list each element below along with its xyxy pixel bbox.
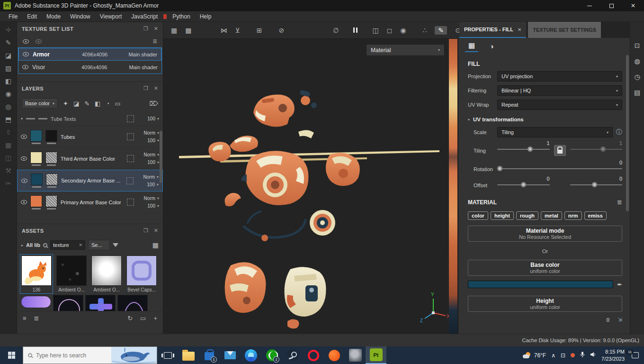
close-panel-icon[interactable]: ✕ <box>154 26 158 32</box>
taskbar-clock[interactable]: 8:15 PM 7/23/2023 <box>601 348 625 362</box>
log-icon[interactable]: ▤ <box>634 89 640 96</box>
layer-thumbnail[interactable] <box>30 195 42 207</box>
symmetry-x-icon[interactable]: ⋈ <box>220 27 227 34</box>
slider-handle[interactable] <box>592 182 597 187</box>
eye-icon[interactable] <box>21 179 27 183</box>
layer-row[interactable]: Tubes Norm▾ 100▾ <box>17 126 163 148</box>
add-fill-layer-icon[interactable]: ◧ <box>95 100 100 107</box>
layer-mask-box[interactable] <box>126 177 134 184</box>
layer-mask-thumbnail[interactable] <box>45 130 57 142</box>
properties-scrollbar[interactable] <box>626 55 629 211</box>
close-button[interactable]: ✕ <box>622 0 644 11</box>
perspective-icon[interactable]: ◻ <box>387 27 393 34</box>
float-panel-icon[interactable]: ❐ <box>143 85 148 91</box>
channel-emiss-button[interactable]: emiss <box>584 211 607 220</box>
display-settings-icon[interactable]: ◍ <box>634 57 640 65</box>
move-tool-icon[interactable]: ✛ <box>6 27 11 33</box>
blend-mode-select[interactable]: Norm▾ <box>144 130 159 136</box>
fill-properties-icon[interactable]: ▦ <box>465 40 478 52</box>
assets-breadcrumb[interactable]: All lib <box>26 242 40 248</box>
detail-view-icon[interactable]: ≣ <box>34 315 39 322</box>
volume-tray-icon[interactable] <box>590 352 596 359</box>
menu-file[interactable]: File <box>4 13 22 20</box>
layer-mask-thumbnail[interactable] <box>45 152 57 164</box>
layer-mask-box[interactable] <box>127 115 134 122</box>
recording-tray-icon[interactable] <box>571 353 575 357</box>
offset-u-slider[interactable] <box>497 184 550 185</box>
disable-stencil-icon[interactable]: ⊘ <box>278 27 284 34</box>
channel-metal-button[interactable]: metal <box>541 211 562 220</box>
resources-icon[interactable]: ◫ <box>5 155 11 161</box>
symmetry-y-icon[interactable]: ⊻ <box>235 27 240 34</box>
opacity-select[interactable]: 100▾ <box>147 160 159 165</box>
tab-texture-set-settings[interactable]: TEXTURE SET SETTINGS <box>528 22 601 38</box>
asset-tile[interactable]: Bevel Caps... <box>125 254 158 294</box>
height-button[interactable]: Height uniform color <box>468 296 622 312</box>
menu-python[interactable]: Python <box>168 13 195 20</box>
blend-mode-select[interactable]: Norm▾ <box>144 152 159 157</box>
assets-search-field[interactable]: ✕ <box>50 240 85 250</box>
eye-icon[interactable] <box>21 200 27 204</box>
asset-thumbnail[interactable] <box>56 255 87 286</box>
mail-button[interactable] <box>220 346 241 364</box>
xbox-button[interactable]: 1 <box>261 346 282 364</box>
blend-mode-select[interactable]: Norm▾ <box>143 174 159 180</box>
opacity-select[interactable]: 100▾ <box>147 182 159 187</box>
asset-thumbnail[interactable] <box>85 295 116 311</box>
close-panel-icon[interactable]: ✕ <box>154 85 158 91</box>
tiling-u-slider[interactable] <box>497 149 550 150</box>
minimize-button[interactable] <box>579 0 600 11</box>
uv-wrap-select[interactable]: Repeat ▾ <box>497 100 622 110</box>
layer-thumbnail[interactable] <box>30 130 42 142</box>
chevron-right-icon[interactable]: ▸ <box>21 243 23 247</box>
layer-row[interactable]: Primary Armor Base Color Norm▾ 100▾ <box>17 191 163 213</box>
assets-sort-select[interactable]: Se... <box>88 240 110 250</box>
texture-set-row[interactable]: Visor 4096x4096 Main shader <box>18 61 161 73</box>
texture-set-menu-icon[interactable]: ≣ <box>152 38 157 45</box>
viewport-3d[interactable]: Y X Z Material ▾ <box>163 39 449 334</box>
material-properties-icon[interactable]: ◑ <box>485 40 498 52</box>
material-mode-button[interactable]: Material mode No Resource Selected <box>468 226 622 242</box>
show-all-eye-icon[interactable] <box>23 39 29 44</box>
particles-icon[interactable]: ∴ <box>422 27 427 34</box>
expand-icon[interactable]: ⇲ <box>618 317 622 323</box>
viewer-settings-icon[interactable]: ⊡ <box>635 42 640 49</box>
slider-handle[interactable] <box>600 146 606 152</box>
tab-properties-fill[interactable]: PROPERTIES - FILL ✕ <box>459 22 526 38</box>
split-view-icon[interactable]: ◫ <box>372 27 378 34</box>
filtering-select[interactable]: Bilinear | HQ ▾ <box>497 85 622 96</box>
steam-button[interactable] <box>282 346 303 364</box>
add-folder-icon[interactable]: ▭ <box>115 100 120 107</box>
task-view-button[interactable] <box>157 346 178 364</box>
opacity-select[interactable]: 100 ▾ <box>147 116 159 121</box>
rotation-slider[interactable] <box>497 168 622 169</box>
shelf-icon[interactable]: ✂ <box>6 180 11 187</box>
layer-mask-thumbnail[interactable] <box>46 173 58 185</box>
display-settings-tool-icon[interactable]: ⚒ <box>5 167 11 174</box>
asset-thumbnail[interactable] <box>91 255 122 286</box>
base-color-button[interactable]: Base color uniform color <box>468 260 622 276</box>
store-button[interactable]: 1 <box>199 346 220 364</box>
texture-set-row[interactable]: Armor 4096x4096 Main shader <box>18 48 161 61</box>
notification-center-button[interactable]: 11 <box>630 352 640 358</box>
add-paint-layer-icon[interactable]: ✎ <box>84 100 89 107</box>
layer-row[interactable]: ▾ Tube Texts 100 ▾ <box>17 112 163 126</box>
add-smart-material-icon[interactable]: ◔ <box>106 100 109 107</box>
material-picker-tool-icon[interactable]: ⬒ <box>5 116 11 123</box>
file-explorer-button[interactable] <box>178 346 199 364</box>
float-panel-icon[interactable]: ❐ <box>143 26 148 32</box>
edge-button[interactable] <box>241 346 261 364</box>
channel-color-button[interactable]: color <box>468 211 488 220</box>
asset-thumbnail[interactable] <box>53 295 83 311</box>
layer-mask-thumbnail[interactable] <box>45 195 57 207</box>
scale-mode-select[interactable]: Tiling ▾ <box>497 127 613 137</box>
layer-mask-box[interactable] <box>127 155 134 162</box>
browser-button[interactable] <box>324 346 345 364</box>
menu-window[interactable]: Window <box>65 13 95 20</box>
channel-nrm-button[interactable]: nrm <box>564 211 582 220</box>
import-resources-icon[interactable]: + <box>153 315 157 322</box>
eyedropper-icon[interactable]: ✒ <box>617 281 622 288</box>
grid-settings-icon[interactable]: ▩ <box>185 27 191 34</box>
projection-select[interactable]: UV projection ▾ <box>497 71 622 82</box>
weather-widget[interactable]: 76°F <box>523 352 546 359</box>
